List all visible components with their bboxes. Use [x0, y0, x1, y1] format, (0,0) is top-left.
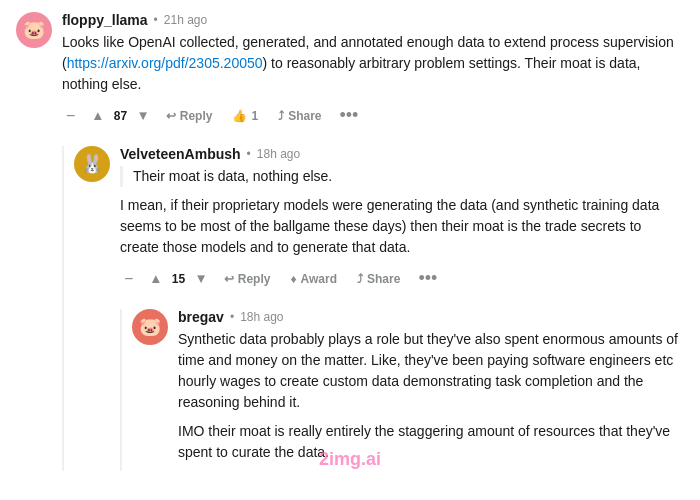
- action-bar: − ▲ 87 ▼ ↩ Reply 👍 1: [62, 103, 684, 128]
- vote-count: 87: [113, 109, 129, 123]
- comment-text: I mean, if their proprietary models were…: [120, 195, 684, 258]
- upvote-icon: ▲: [91, 108, 104, 123]
- comment-text-1: Synthetic data probably plays a role but…: [178, 329, 684, 413]
- reply-button[interactable]: ↩ Reply: [216, 268, 279, 290]
- share-button[interactable]: ⤴ Share: [349, 268, 408, 290]
- blockquote-text: Their moat is data, nothing else.: [120, 166, 684, 187]
- comment-velveteen: 🐰 VelveteenAmbush • 18h ago Their moat i…: [74, 146, 684, 301]
- downvote-button[interactable]: ▼: [191, 267, 212, 290]
- upvote-icon: ▲: [149, 271, 162, 286]
- comment-body: VelveteenAmbush • 18h ago Their moat is …: [120, 146, 684, 301]
- avatar: 🐷: [16, 12, 52, 48]
- comment-body: bregav • 18h ago Synthetic data probably…: [178, 309, 684, 471]
- comment-text: Looks like OpenAI collected, generated, …: [62, 32, 684, 95]
- username: bregav: [178, 309, 224, 325]
- comment-bregav: 🐷 bregav • 18h ago Synthetic data probab…: [132, 309, 684, 471]
- downvote-icon: ▼: [137, 108, 150, 123]
- comment-body: floppy_llama • 21h ago Looks like OpenAI…: [62, 12, 684, 138]
- vote-count: 15: [171, 272, 187, 286]
- share-icon: ⤴: [278, 109, 284, 123]
- vote-section: ▲ 15 ▼: [145, 267, 211, 290]
- comment-floppy-llama: 🐷 floppy_llama • 21h ago Looks like Open…: [16, 12, 684, 138]
- comment-header: VelveteenAmbush • 18h ago: [120, 146, 684, 162]
- comment-thread: 🐷 floppy_llama • 21h ago Looks like Open…: [0, 0, 700, 491]
- nested-comment-velveteen: 🐰 VelveteenAmbush • 18h ago Their moat i…: [62, 146, 684, 471]
- reply-icon: ↩: [224, 272, 234, 286]
- comment-text-2: IMO their moat is really entirely the st…: [178, 421, 684, 463]
- timestamp: 18h ago: [240, 310, 283, 324]
- timestamp: 21h ago: [164, 13, 207, 27]
- vote-section: ▲ 87 ▼: [87, 104, 153, 127]
- avatar: 🐷: [132, 309, 168, 345]
- reply-icon: ↩: [166, 109, 176, 123]
- collapse-icon: −: [124, 270, 133, 288]
- more-button[interactable]: •••: [412, 266, 443, 291]
- username: VelveteenAmbush: [120, 146, 241, 162]
- username: floppy_llama: [62, 12, 148, 28]
- downvote-icon: ▼: [195, 271, 208, 286]
- likes-icon: 👍: [232, 109, 247, 123]
- collapse-icon: −: [66, 107, 75, 125]
- comment-header: bregav • 18h ago: [178, 309, 684, 325]
- share-button[interactable]: ⤴ Share: [270, 105, 329, 127]
- timestamp: 18h ago: [257, 147, 300, 161]
- arxiv-link[interactable]: https://arxiv.org/pdf/2305.20050: [67, 55, 263, 71]
- action-bar: − ▲ 15 ▼ ↩ Reply: [120, 266, 684, 291]
- nested-comment-bregav: 🐷 bregav • 18h ago Synthetic data probab…: [120, 309, 684, 471]
- more-button[interactable]: •••: [333, 103, 364, 128]
- downvote-button[interactable]: ▼: [133, 104, 154, 127]
- collapse-button[interactable]: −: [120, 268, 137, 290]
- likes-button[interactable]: 👍 1: [224, 105, 266, 127]
- upvote-button[interactable]: ▲: [87, 104, 108, 127]
- award-button[interactable]: ♦ Award: [282, 268, 345, 290]
- collapse-button[interactable]: −: [62, 105, 79, 127]
- upvote-button[interactable]: ▲: [145, 267, 166, 290]
- share-icon: ⤴: [357, 272, 363, 286]
- reply-button[interactable]: ↩ Reply: [158, 105, 221, 127]
- avatar: 🐰: [74, 146, 110, 182]
- comment-header: floppy_llama • 21h ago: [62, 12, 684, 28]
- award-icon: ♦: [290, 272, 296, 286]
